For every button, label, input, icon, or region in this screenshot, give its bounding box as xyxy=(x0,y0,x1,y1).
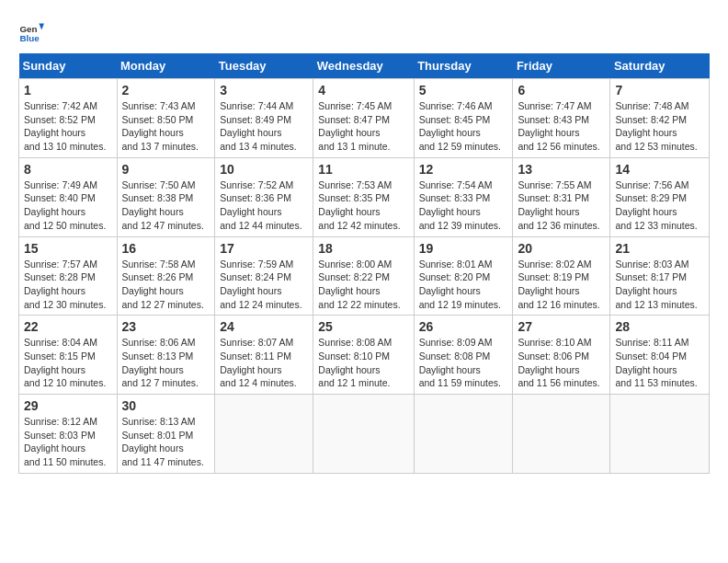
calendar-cell: 15 Sunrise: 7:57 AM Sunset: 8:28 PM Dayl… xyxy=(19,236,118,316)
calendar-cell: 14 Sunrise: 7:56 AM Sunset: 8:29 PM Dayl… xyxy=(610,157,710,236)
day-number: 24 xyxy=(220,319,308,334)
calendar-week-1: 1 Sunrise: 7:42 AM Sunset: 8:52 PM Dayli… xyxy=(19,79,710,158)
weekday-header-tuesday: Tuesday xyxy=(215,53,313,79)
day-info: Sunrise: 8:13 AM Sunset: 8:01 PM Dayligh… xyxy=(122,415,210,469)
calendar-cell: 18 Sunrise: 8:00 AM Sunset: 8:22 PM Dayl… xyxy=(313,236,414,316)
weekday-header-thursday: Thursday xyxy=(414,53,513,79)
calendar-cell: 8 Sunrise: 7:49 AM Sunset: 8:40 PM Dayli… xyxy=(19,157,118,236)
day-number: 6 xyxy=(518,83,605,98)
day-info: Sunrise: 7:54 AM Sunset: 8:33 PM Dayligh… xyxy=(419,178,508,233)
day-number: 12 xyxy=(419,162,508,177)
calendar-cell: 24 Sunrise: 8:07 AM Sunset: 8:11 PM Dayl… xyxy=(215,316,313,395)
calendar-cell: 1 Sunrise: 7:42 AM Sunset: 8:52 PM Dayli… xyxy=(19,79,118,158)
day-number: 9 xyxy=(122,162,210,177)
svg-text:Blue: Blue xyxy=(19,33,40,43)
day-number: 14 xyxy=(615,162,704,177)
day-number: 20 xyxy=(518,241,605,256)
calendar-cell xyxy=(610,395,710,474)
calendar-cell: 5 Sunrise: 7:46 AM Sunset: 8:45 PM Dayli… xyxy=(414,79,513,158)
day-info: Sunrise: 8:09 AM Sunset: 8:08 PM Dayligh… xyxy=(419,336,508,390)
calendar-cell: 11 Sunrise: 7:53 AM Sunset: 8:35 PM Dayl… xyxy=(313,157,414,236)
day-number: 28 xyxy=(615,319,704,334)
calendar-week-4: 22 Sunrise: 8:04 AM Sunset: 8:15 PM Dayl… xyxy=(19,316,710,395)
day-info: Sunrise: 8:08 AM Sunset: 8:10 PM Dayligh… xyxy=(318,336,408,390)
calendar-cell: 19 Sunrise: 8:01 AM Sunset: 8:20 PM Dayl… xyxy=(414,236,513,316)
weekday-header-friday: Friday xyxy=(513,53,610,79)
calendar-cell: 23 Sunrise: 8:06 AM Sunset: 8:13 PM Dayl… xyxy=(117,316,215,395)
calendar-cell: 13 Sunrise: 7:55 AM Sunset: 8:31 PM Dayl… xyxy=(513,157,610,236)
day-info: Sunrise: 7:46 AM Sunset: 8:45 PM Dayligh… xyxy=(419,99,508,154)
day-number: 5 xyxy=(419,83,508,98)
calendar-cell xyxy=(414,395,513,474)
day-number: 30 xyxy=(122,398,210,413)
day-number: 23 xyxy=(122,319,210,334)
day-info: Sunrise: 7:53 AM Sunset: 8:35 PM Dayligh… xyxy=(318,178,408,233)
calendar-cell: 2 Sunrise: 7:43 AM Sunset: 8:50 PM Dayli… xyxy=(117,79,215,158)
calendar-body: 1 Sunrise: 7:42 AM Sunset: 8:52 PM Dayli… xyxy=(19,79,710,474)
calendar-cell: 12 Sunrise: 7:54 AM Sunset: 8:33 PM Dayl… xyxy=(414,157,513,236)
weekday-header-saturday: Saturday xyxy=(610,53,710,79)
day-number: 25 xyxy=(318,319,408,334)
calendar-week-5: 29 Sunrise: 8:12 AM Sunset: 8:03 PM Dayl… xyxy=(19,395,710,474)
day-info: Sunrise: 8:12 AM Sunset: 8:03 PM Dayligh… xyxy=(24,415,112,469)
day-number: 19 xyxy=(419,241,508,256)
day-info: Sunrise: 8:02 AM Sunset: 8:19 PM Dayligh… xyxy=(518,258,605,312)
calendar-table: SundayMondayTuesdayWednesdayThursdayFrid… xyxy=(18,53,710,474)
calendar-week-3: 15 Sunrise: 7:57 AM Sunset: 8:28 PM Dayl… xyxy=(19,236,710,316)
calendar-cell: 21 Sunrise: 8:03 AM Sunset: 8:17 PM Dayl… xyxy=(610,236,710,316)
day-number: 22 xyxy=(24,319,112,334)
calendar-cell: 3 Sunrise: 7:44 AM Sunset: 8:49 PM Dayli… xyxy=(215,79,313,158)
calendar-cell: 28 Sunrise: 8:11 AM Sunset: 8:04 PM Dayl… xyxy=(610,316,710,395)
day-number: 21 xyxy=(615,241,704,256)
calendar-cell: 22 Sunrise: 8:04 AM Sunset: 8:15 PM Dayl… xyxy=(19,316,118,395)
calendar-cell: 9 Sunrise: 7:50 AM Sunset: 8:38 PM Dayli… xyxy=(117,157,215,236)
svg-marker-2 xyxy=(39,24,44,30)
day-info: Sunrise: 8:06 AM Sunset: 8:13 PM Dayligh… xyxy=(122,336,210,390)
page-header: Gen Blue xyxy=(18,18,710,44)
calendar-cell: 10 Sunrise: 7:52 AM Sunset: 8:36 PM Dayl… xyxy=(215,157,313,236)
calendar-cell: 25 Sunrise: 8:08 AM Sunset: 8:10 PM Dayl… xyxy=(313,316,414,395)
day-number: 29 xyxy=(24,398,112,413)
day-info: Sunrise: 7:49 AM Sunset: 8:40 PM Dayligh… xyxy=(24,178,112,233)
day-info: Sunrise: 8:00 AM Sunset: 8:22 PM Dayligh… xyxy=(318,258,408,312)
calendar-cell: 16 Sunrise: 7:58 AM Sunset: 8:26 PM Dayl… xyxy=(117,236,215,316)
day-number: 11 xyxy=(318,162,408,177)
day-number: 17 xyxy=(220,241,308,256)
day-info: Sunrise: 7:59 AM Sunset: 8:24 PM Dayligh… xyxy=(220,258,308,312)
calendar-cell xyxy=(215,395,313,474)
day-info: Sunrise: 7:50 AM Sunset: 8:38 PM Dayligh… xyxy=(122,178,210,233)
day-info: Sunrise: 7:56 AM Sunset: 8:29 PM Dayligh… xyxy=(615,178,704,233)
day-number: 13 xyxy=(518,162,605,177)
day-number: 3 xyxy=(220,83,308,98)
day-info: Sunrise: 7:48 AM Sunset: 8:42 PM Dayligh… xyxy=(615,99,704,154)
calendar-cell: 27 Sunrise: 8:10 AM Sunset: 8:06 PM Dayl… xyxy=(513,316,610,395)
day-info: Sunrise: 8:07 AM Sunset: 8:11 PM Dayligh… xyxy=(220,336,308,390)
calendar-cell xyxy=(513,395,610,474)
day-number: 27 xyxy=(518,319,605,334)
day-number: 1 xyxy=(24,83,112,98)
day-number: 10 xyxy=(220,162,308,177)
calendar-header: SundayMondayTuesdayWednesdayThursdayFrid… xyxy=(19,53,710,79)
calendar-cell: 30 Sunrise: 8:13 AM Sunset: 8:01 PM Dayl… xyxy=(117,395,215,474)
day-info: Sunrise: 7:55 AM Sunset: 8:31 PM Dayligh… xyxy=(518,178,605,233)
calendar-week-2: 8 Sunrise: 7:49 AM Sunset: 8:40 PM Dayli… xyxy=(19,157,710,236)
day-number: 15 xyxy=(24,241,112,256)
logo-icon: Gen Blue xyxy=(18,18,44,44)
calendar-cell: 20 Sunrise: 8:02 AM Sunset: 8:19 PM Dayl… xyxy=(513,236,610,316)
day-info: Sunrise: 8:04 AM Sunset: 8:15 PM Dayligh… xyxy=(24,336,112,390)
calendar-cell: 29 Sunrise: 8:12 AM Sunset: 8:03 PM Dayl… xyxy=(19,395,118,474)
day-info: Sunrise: 8:10 AM Sunset: 8:06 PM Dayligh… xyxy=(518,336,605,390)
day-info: Sunrise: 7:43 AM Sunset: 8:50 PM Dayligh… xyxy=(122,99,210,154)
day-info: Sunrise: 7:45 AM Sunset: 8:47 PM Dayligh… xyxy=(318,99,408,154)
day-info: Sunrise: 7:42 AM Sunset: 8:52 PM Dayligh… xyxy=(24,99,112,154)
calendar-cell: 6 Sunrise: 7:47 AM Sunset: 8:43 PM Dayli… xyxy=(513,79,610,158)
day-number: 7 xyxy=(615,83,704,98)
calendar-cell: 17 Sunrise: 7:59 AM Sunset: 8:24 PM Dayl… xyxy=(215,236,313,316)
day-info: Sunrise: 8:03 AM Sunset: 8:17 PM Dayligh… xyxy=(615,258,704,312)
day-info: Sunrise: 7:47 AM Sunset: 8:43 PM Dayligh… xyxy=(518,99,605,154)
day-info: Sunrise: 7:57 AM Sunset: 8:28 PM Dayligh… xyxy=(24,258,112,312)
day-number: 18 xyxy=(318,241,408,256)
weekday-header-wednesday: Wednesday xyxy=(313,53,414,79)
day-info: Sunrise: 7:58 AM Sunset: 8:26 PM Dayligh… xyxy=(122,258,210,312)
day-number: 16 xyxy=(122,241,210,256)
